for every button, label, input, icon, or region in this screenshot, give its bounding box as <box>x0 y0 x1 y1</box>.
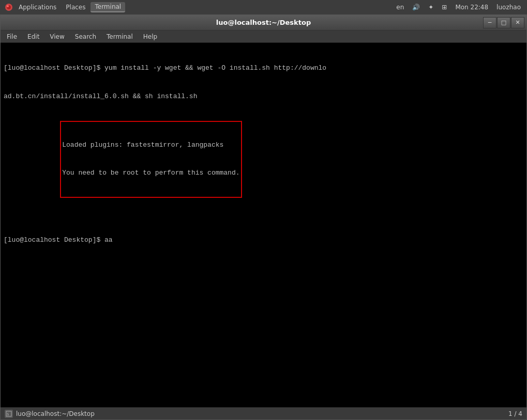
menu-help[interactable]: Help <box>139 32 161 41</box>
output-line3: Loaded plugins: fastestmirror, langpacks <box>62 141 239 150</box>
close-button[interactable]: ✕ <box>511 17 524 28</box>
gnome-icon <box>4 3 13 12</box>
menu-edit[interactable]: Edit <box>23 32 43 41</box>
minimize-button[interactable]: − <box>483 17 496 28</box>
terminal-window: luo@localhost:~/Desktop − □ ✕ File Edit … <box>0 14 527 420</box>
terminal-content[interactable]: [luo@localhost Desktop]$ yum install -y … <box>1 43 526 407</box>
output-line5: [luo@localhost Desktop]$ aa <box>4 236 523 245</box>
system-bar-right: en 🔊 ✦ ⊞ Mon 22:48 luozhao <box>394 3 523 12</box>
statusbar-page: 1 / 4 <box>508 410 522 417</box>
bluetooth-icon: ✦ <box>426 3 435 12</box>
volume-icon: 🔊 <box>410 3 422 12</box>
terminal-menu[interactable]: Terminal <box>91 2 125 12</box>
terminal-output: [luo@localhost Desktop]$ yum install -y … <box>4 45 523 263</box>
applications-menu[interactable]: Applications <box>14 3 61 12</box>
screen-icon: ⊞ <box>440 3 449 12</box>
language-indicator: en <box>394 3 406 12</box>
statusbar-left: $ luo@localhost:~/Desktop <box>5 410 508 418</box>
titlebar-controls: − □ ✕ <box>483 17 524 28</box>
datetime-display: Mon 22:48 <box>453 3 490 12</box>
svg-text:$: $ <box>7 412 9 416</box>
maximize-button[interactable]: □ <box>497 17 510 28</box>
output-line1: [luo@localhost Desktop]$ yum install -y … <box>4 64 523 73</box>
places-menu[interactable]: Places <box>62 3 89 12</box>
output-highlighted: Loaded plugins: fastestmirror, langpacks… <box>28 111 242 207</box>
svg-point-2 <box>7 5 9 7</box>
output-line4: You need to be root to perform this comm… <box>62 168 239 178</box>
menu-terminal[interactable]: Terminal <box>102 32 137 41</box>
system-bar-left: Applications Places Terminal <box>4 2 392 12</box>
terminal-menubar: File Edit View Search Terminal Help <box>1 30 526 43</box>
terminal-status-icon: $ <box>5 410 13 418</box>
output-line2: ad.bt.cn/install/install_6.0.sh && sh in… <box>4 92 523 101</box>
system-bar: Applications Places Terminal en 🔊 ✦ ⊞ Mo… <box>0 0 527 14</box>
statusbar-path: luo@localhost:~/Desktop <box>16 410 95 417</box>
menu-search[interactable]: Search <box>71 32 100 41</box>
terminal-title: luo@localhost:~/Desktop <box>216 19 311 26</box>
menu-view[interactable]: View <box>46 32 68 41</box>
user-display: luozhao <box>494 3 523 12</box>
terminal-statusbar: $ luo@localhost:~/Desktop 1 / 4 <box>1 407 526 419</box>
menu-file[interactable]: File <box>3 32 21 41</box>
terminal-titlebar: luo@localhost:~/Desktop − □ ✕ <box>1 15 526 30</box>
